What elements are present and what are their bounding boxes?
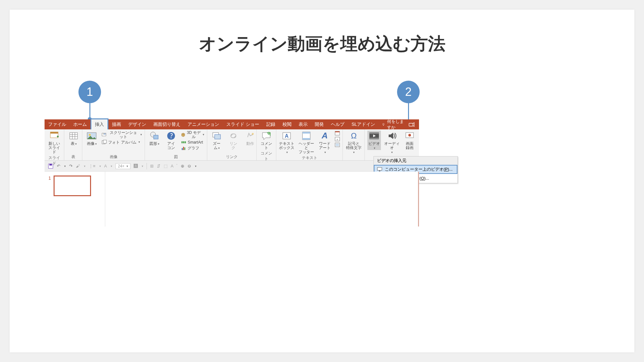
svg-rect-16: [185, 141, 186, 143]
tab-insert[interactable]: 挿入: [90, 118, 108, 129]
svg-text:#: #: [337, 138, 338, 141]
tab-sl-addin[interactable]: SLアドイン: [348, 119, 379, 129]
smartart-icon: [181, 140, 186, 145]
tab-animations[interactable]: アニメーション: [184, 119, 223, 129]
svg-point-22: [252, 133, 254, 135]
tab-design[interactable]: デザイン: [125, 119, 150, 129]
tab-developer[interactable]: 開発: [311, 119, 327, 129]
group-comment-label: コメント: [259, 150, 273, 162]
video-button[interactable]: ビデオ▾: [367, 131, 381, 150]
align-icon: ⊞: [150, 164, 154, 168]
tab-draw[interactable]: 描画: [108, 119, 125, 129]
quick-access-toolbar: ↶▾ ↷ 🖌▾ ⋮≡▾ A▾ 24+▾ 🅰▾ ⊞ ⇵ ⬚ A゜ ⊕ ⊖ ▾: [45, 161, 419, 172]
zoom-button[interactable]: ズー ム▾: [210, 131, 223, 150]
zoom-out-icon[interactable]: ⊖: [188, 164, 191, 168]
font-color-icon: 🅰: [134, 164, 138, 168]
album-label: フォト アルバム: [108, 140, 136, 145]
screen-rec-icon: [404, 131, 415, 141]
screenshot-button[interactable]: スクリーンショット▾: [102, 131, 142, 139]
shapes-button[interactable]: 図形▾: [148, 131, 161, 146]
date-button[interactable]: [335, 131, 340, 136]
svg-point-8: [103, 134, 104, 135]
svg-text:A: A: [285, 133, 289, 139]
link-button: リン ク: [227, 131, 240, 150]
photo-album-button[interactable]: フォト アルバム▾: [102, 140, 142, 145]
save-icon[interactable]: [48, 163, 54, 169]
canvas-right-edge: [418, 172, 419, 226]
chart-button[interactable]: グラフ: [181, 146, 204, 151]
audio-label: オーディオ▾: [384, 142, 400, 155]
zoom-label: ズー ム▾: [213, 142, 220, 150]
textbox-button[interactable]: A テキスト ボックス▾: [279, 131, 294, 155]
screen-rec-label: 画面 録画: [406, 142, 414, 150]
comment-button[interactable]: コメント: [259, 131, 273, 150]
svg-rect-4: [70, 133, 77, 139]
audio-icon: [387, 131, 397, 141]
svg-rect-15: [183, 141, 184, 143]
pictures-button[interactable]: 画像▾: [85, 131, 98, 146]
tell-me[interactable]: 何をしますか: [382, 119, 404, 129]
tab-file[interactable]: ファイル: [45, 119, 70, 129]
chart-icon: [181, 146, 186, 151]
tab-home[interactable]: ホーム: [70, 119, 90, 129]
callout-badge: 1: [78, 81, 101, 103]
table-icon: [68, 131, 79, 141]
svg-point-0: [383, 123, 384, 125]
zoom-in-icon[interactable]: ⊕: [181, 164, 184, 168]
action-button: 動作: [243, 131, 257, 146]
symbol-button[interactable]: Ω 記号と 特殊文字▾: [345, 131, 362, 155]
svg-rect-35: [336, 144, 339, 146]
arrange-icon: ⇵: [157, 164, 160, 168]
header-footer-button[interactable]: ヘッダーと フッター: [298, 131, 315, 155]
ribbon: 新しい スライド スライド 表▾ 表: [45, 129, 419, 161]
svg-text:Ω: Ω: [351, 131, 357, 140]
link-icon: [228, 131, 239, 141]
svg-text:A: A: [322, 131, 328, 140]
share-icon[interactable]: [404, 119, 419, 129]
svg-rect-3: [50, 132, 58, 134]
action-icon: [245, 131, 255, 141]
shapes-label: 図形▾: [149, 142, 159, 146]
audio-button[interactable]: オーディオ▾: [384, 131, 400, 155]
icons-button[interactable]: アイ コン: [164, 131, 178, 150]
table-button[interactable]: 表▾: [67, 131, 80, 146]
tab-review[interactable]: 校閲: [279, 119, 295, 129]
video-icon: [369, 131, 379, 141]
shapes-icon: [149, 131, 159, 141]
3d-models-button[interactable]: 3D モデル▾: [181, 131, 204, 139]
svg-rect-27: [302, 132, 310, 134]
undo-icon[interactable]: ↶: [57, 164, 60, 168]
svg-rect-14: [181, 141, 183, 143]
slide-number-button[interactable]: #: [335, 136, 340, 142]
svg-rect-42: [377, 167, 382, 170]
tab-record[interactable]: 記録: [263, 119, 279, 129]
tell-me-label: 何をしますか: [387, 119, 404, 130]
omega-icon: Ω: [349, 131, 359, 141]
new-slide-button[interactable]: 新しい スライド: [47, 131, 61, 155]
svg-rect-46: [49, 164, 52, 166]
svg-rect-17: [182, 148, 183, 150]
tab-help[interactable]: ヘルプ: [327, 119, 348, 129]
date-icon: [335, 131, 340, 136]
svg-rect-18: [183, 147, 184, 150]
svg-rect-1: [409, 123, 413, 126]
thumb-number: 1: [48, 176, 51, 196]
wordart-button[interactable]: A ワード アート▾: [318, 131, 332, 155]
smartart-button[interactable]: SmartArt: [181, 140, 204, 145]
redo-icon[interactable]: ↷: [69, 164, 73, 168]
ribbon-tabs: ファイル ホーム 挿入 描画 デザイン 画面切り替え アニメーション スライド …: [45, 119, 419, 129]
zoom-icon: [211, 131, 222, 141]
video-dropdown-title: ビデオの挿入元: [374, 156, 457, 165]
object-button[interactable]: [335, 142, 340, 147]
screenshot-icon: [102, 132, 106, 137]
tab-slideshow[interactable]: スライド ショー: [223, 119, 263, 129]
lightbulb-icon: [382, 122, 385, 127]
link-label: リン ク: [230, 142, 237, 150]
3d-label: 3D モデル: [187, 131, 201, 139]
font-size-box[interactable]: 24+▾: [116, 163, 130, 169]
tab-view[interactable]: 表示: [295, 119, 311, 129]
slide-thumbnail-1[interactable]: [54, 176, 91, 196]
screen-recording-button[interactable]: 画面 録画: [403, 131, 416, 150]
tab-transitions[interactable]: 画面切り替え: [150, 119, 184, 129]
slide-canvas[interactable]: [105, 172, 419, 226]
